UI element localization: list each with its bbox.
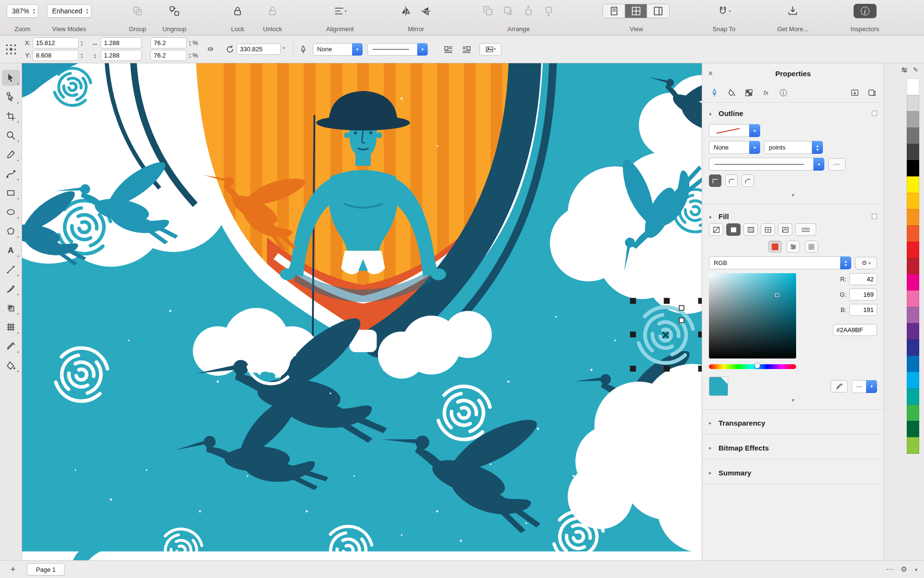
outline-section-header[interactable]: ▴ Outline bbox=[709, 106, 877, 120]
x-stepper[interactable]: ▴▾ bbox=[80, 40, 82, 46]
add-page-button[interactable]: + bbox=[7, 565, 19, 575]
palette-swatch[interactable] bbox=[907, 437, 919, 454]
eyedropper-button[interactable] bbox=[831, 380, 848, 393]
line-style-dropdown[interactable]: ▾ bbox=[367, 43, 428, 56]
color-picker-cursor[interactable] bbox=[775, 293, 779, 297]
mesh-fill-tool[interactable] bbox=[2, 319, 20, 335]
tab-effects[interactable]: fx bbox=[759, 87, 773, 99]
group-button[interactable] bbox=[129, 4, 146, 18]
fill-pattern-button[interactable] bbox=[761, 223, 775, 236]
inspectors-button[interactable]: i bbox=[854, 4, 877, 18]
r-input[interactable] bbox=[849, 273, 877, 285]
palette-swatch[interactable] bbox=[907, 127, 919, 144]
tab-frame[interactable] bbox=[847, 87, 862, 99]
saturation-value-field[interactable] bbox=[709, 273, 796, 358]
y-position-input[interactable] bbox=[33, 50, 79, 61]
transparency-section-header[interactable]: ▸ Transparency bbox=[709, 415, 877, 431]
palette-swatch[interactable] bbox=[907, 274, 919, 291]
color-sliders-mode-button[interactable] bbox=[787, 241, 800, 253]
palette-swatch[interactable] bbox=[907, 339, 919, 356]
lock-ratio-button[interactable] bbox=[204, 42, 217, 57]
summary-section-header[interactable]: ▸ Summary bbox=[709, 464, 877, 481]
scale-y-input[interactable] bbox=[150, 50, 187, 61]
tab-transparency[interactable] bbox=[741, 87, 756, 99]
panel-settings-icon[interactable] bbox=[901, 66, 908, 75]
scale-y-stepper[interactable]: ▴▾ bbox=[189, 52, 191, 59]
close-icon[interactable]: × bbox=[708, 69, 719, 79]
y-stepper[interactable]: ▴▾ bbox=[80, 52, 82, 59]
object-width-input[interactable] bbox=[101, 37, 142, 48]
zoom-tool[interactable] bbox=[2, 127, 20, 143]
color-picker-mode-button[interactable] bbox=[768, 241, 782, 253]
color-palettes-mode-button[interactable] bbox=[805, 241, 818, 253]
palette-swatch[interactable] bbox=[907, 323, 919, 340]
outline-width-dropdown[interactable]: None ▾ bbox=[313, 43, 363, 56]
bitmap-effects-section-header[interactable]: ▸ Bitmap Effects bbox=[709, 439, 877, 456]
tab-clip[interactable] bbox=[865, 87, 879, 99]
ungroup-button[interactable] bbox=[166, 4, 183, 18]
wrap-text-right-button[interactable] bbox=[458, 42, 475, 57]
fill-none-button[interactable] bbox=[709, 223, 723, 236]
object-height-input[interactable] bbox=[101, 50, 142, 61]
palette-swatch[interactable] bbox=[907, 421, 919, 438]
palette-scroll-arrows[interactable]: ▾ bbox=[915, 567, 917, 572]
fill-toggle-box[interactable] bbox=[872, 214, 877, 219]
outline-expand-chevron[interactable]: ▾ bbox=[709, 191, 877, 201]
palette-swatch[interactable] bbox=[907, 95, 919, 112]
fill-more-button[interactable] bbox=[795, 223, 816, 236]
shadow-tool[interactable] bbox=[2, 300, 20, 316]
tab-outline[interactable] bbox=[707, 87, 721, 99]
tab-fill[interactable] bbox=[724, 87, 739, 99]
palette-swatch[interactable] bbox=[907, 79, 919, 95]
line-tool[interactable] bbox=[2, 262, 20, 277]
tab-summary[interactable]: i bbox=[776, 87, 790, 99]
text-tool[interactable]: A bbox=[2, 243, 20, 258]
palette-swatch[interactable] bbox=[907, 372, 919, 389]
hue-slider-marker[interactable] bbox=[754, 363, 760, 369]
view-layout-1-button[interactable] bbox=[603, 4, 625, 18]
outline-toggle-box[interactable] bbox=[872, 111, 877, 116]
crop-tool[interactable] bbox=[2, 108, 20, 124]
polygon-tool[interactable] bbox=[2, 223, 20, 239]
current-color-swatch[interactable] bbox=[709, 377, 728, 396]
g-input[interactable] bbox=[849, 289, 877, 301]
palette-swatch[interactable] bbox=[907, 356, 919, 372]
back-one-button[interactable] bbox=[540, 4, 557, 18]
fill-section-header[interactable]: ▴ Fill bbox=[709, 209, 877, 223]
lock-button[interactable] bbox=[229, 4, 246, 18]
hue-slider[interactable] bbox=[709, 364, 796, 369]
wrap-text-left-button[interactable] bbox=[440, 42, 456, 57]
artistic-media-tool[interactable] bbox=[2, 281, 20, 297]
fill-extra-dropdown[interactable]: ⋯ ▾ bbox=[852, 380, 877, 393]
rotation-angle-input[interactable] bbox=[237, 44, 281, 55]
freehand-tool[interactable] bbox=[2, 147, 20, 162]
snap-to-dropdown[interactable]: ▾ bbox=[712, 4, 736, 18]
pencil-icon[interactable]: ✎ bbox=[913, 66, 918, 75]
line-style-more-button[interactable]: ⋯ bbox=[828, 158, 845, 171]
palette-swatch[interactable] bbox=[907, 111, 919, 128]
corner-round-button[interactable] bbox=[725, 174, 738, 187]
rectangle-tool[interactable] bbox=[2, 185, 20, 201]
palette-swatch[interactable] bbox=[907, 160, 919, 177]
corner-miter-button[interactable] bbox=[709, 174, 721, 187]
view-layout-3-button[interactable] bbox=[647, 4, 669, 18]
fill-expand-chevron[interactable]: ▾ bbox=[709, 396, 877, 406]
mirror-vertical-button[interactable] bbox=[418, 4, 434, 18]
palette-swatch[interactable] bbox=[907, 307, 919, 324]
color-model-dropdown[interactable]: RGB ▴▾ bbox=[709, 256, 851, 269]
fill-texture-button[interactable] bbox=[778, 223, 792, 236]
get-more-button[interactable] bbox=[785, 4, 801, 18]
object-origin-grid[interactable] bbox=[5, 43, 17, 56]
fill-solid-button[interactable] bbox=[726, 223, 741, 236]
ellipse-tool[interactable] bbox=[2, 204, 20, 220]
bezier-tool[interactable] bbox=[2, 166, 20, 182]
forward-one-button[interactable] bbox=[520, 4, 536, 18]
canvas-area[interactable] bbox=[22, 63, 702, 560]
to-back-button[interactable] bbox=[500, 4, 516, 18]
pick-tool[interactable] bbox=[2, 70, 20, 86]
palette-swatch[interactable] bbox=[907, 290, 919, 307]
outline-width-dropdown[interactable]: None ▾ bbox=[709, 141, 760, 154]
shape-tool[interactable] bbox=[2, 89, 20, 105]
alignment-dropdown[interactable]: ▾ bbox=[329, 4, 352, 18]
corner-bevel-button[interactable] bbox=[741, 174, 754, 187]
